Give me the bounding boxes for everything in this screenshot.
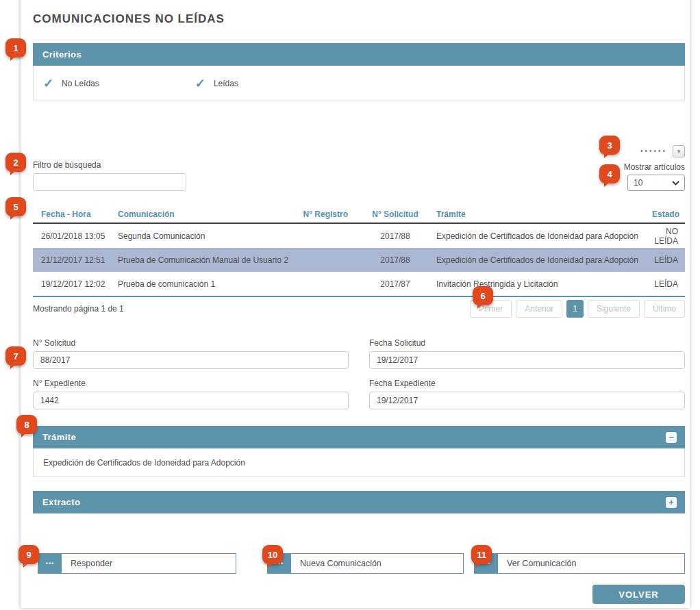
responder-button-label: Responder <box>62 554 236 573</box>
field-fecha-solicitud: Fecha Solicitud <box>369 338 685 369</box>
field-fecha-expediente: Fecha Expediente <box>369 379 685 409</box>
status-badge: LEÍDA <box>652 279 678 289</box>
tramite-panel-content: Expedición de Certificados de Idoneidad … <box>33 448 685 477</box>
table-footer: Mostrando página 1 de 1 Primer Anterior … <box>33 297 685 320</box>
annotation-badge-4: 4 <box>599 164 620 183</box>
annotation-badge-6: 6 <box>473 286 493 305</box>
n-expediente-input[interactable] <box>33 392 349 409</box>
page: COMUNICACIONES NO LEÍDAS Criterios ✓ No … <box>0 0 700 610</box>
annotation-badge-3: 3 <box>599 136 620 155</box>
fecha-expediente-label: Fecha Expediente <box>369 379 685 388</box>
column-header-solicitud[interactable]: N° Solicitud <box>358 209 433 219</box>
cell-comunicacion: Prueba de comunicación 1 <box>118 279 296 289</box>
fecha-solicitud-label: Fecha Solicitud <box>369 338 685 348</box>
extracto-panel: Extracto + <box>33 491 685 513</box>
column-header-estado[interactable]: Estado <box>652 209 679 219</box>
annotation-badge-2: 2 <box>5 153 26 172</box>
column-options-dropdown-button[interactable]: ▾ <box>673 145 685 157</box>
tramite-panel: Trámite − Expedición de Certificados de … <box>33 426 685 477</box>
column-header-fecha[interactable]: Fecha - Hora <box>41 209 118 219</box>
page-title: COMUNICACIONES NO LEÍDAS <box>33 12 685 26</box>
cell-fecha: 21/12/2017 12:51 <box>41 255 118 265</box>
annotation-badge-11: 11 <box>471 545 492 564</box>
cell-comunicacion: Segunda Comunicación <box>118 231 296 241</box>
communications-table: Fecha - Hora Comunicación N° Registro N°… <box>33 206 685 297</box>
fecha-solicitud-input[interactable] <box>369 351 685 369</box>
list-controls: Filtro de búsqueda •••••• ▾ Mostrar artí… <box>33 145 685 191</box>
annotation-badge-9: 9 <box>18 545 39 564</box>
table-row[interactable]: 26/01/2018 13:05 Segunda Comunicación 20… <box>33 224 685 248</box>
criterios-header: Criterios <box>33 43 685 66</box>
page-size-label: Mostrar artículos <box>624 162 685 172</box>
ellipsis-icon: ••• <box>38 554 62 573</box>
cell-fecha: 19/12/2017 12:02 <box>41 279 118 289</box>
column-options-row: •••••• ▾ <box>640 145 685 157</box>
chevron-down-icon: ▾ <box>677 149 681 155</box>
fecha-expediente-input[interactable] <box>369 392 685 409</box>
page-size-select[interactable]: 10 <box>627 175 685 191</box>
right-controls: •••••• ▾ Mostrar artículos 10 <box>624 145 685 191</box>
n-expediente-label: N° Expediente <box>33 379 349 388</box>
criterios-body: ✓ No Leídas ✓ Leídas <box>33 66 685 101</box>
volver-button[interactable]: VOLVER <box>592 585 685 604</box>
ver-comunicacion-button-label: Ver Comunicación <box>498 554 684 573</box>
criterios-section: Criterios ✓ No Leídas ✓ Leídas <box>33 43 685 101</box>
annotation-badge-8: 8 <box>16 415 37 434</box>
responder-button[interactable]: ••• Responder <box>38 553 236 574</box>
main-panel: COMUNICACIONES NO LEÍDAS Criterios ✓ No … <box>21 0 690 608</box>
filter-group: Filtro de búsqueda <box>33 160 186 191</box>
search-filter-input[interactable] <box>33 173 186 191</box>
pagination-page-1-button[interactable]: 1 <box>566 300 584 318</box>
checkmark-icon: ✓ <box>43 77 53 90</box>
actions-row: ••• Responder ••• Nueva Comunicación •••… <box>33 553 685 574</box>
checkmark-icon: ✓ <box>195 77 205 90</box>
status-badge: LEÍDA <box>652 255 678 265</box>
volver-row: VOLVER <box>33 585 685 610</box>
annotation-badge-10: 10 <box>262 545 283 564</box>
annotation-badge-5: 5 <box>5 197 26 216</box>
column-options-dots-icon: •••••• <box>640 148 667 155</box>
pagination-prev-button[interactable]: Anterior <box>516 300 562 318</box>
filter-label: Filtro de búsqueda <box>33 160 186 170</box>
pagination-next-button[interactable]: Siguiente <box>588 300 640 318</box>
expand-icon[interactable]: + <box>666 497 677 508</box>
checkbox-no-leidas[interactable]: ✓ No Leídas <box>43 77 99 90</box>
select-chevron-icon <box>672 178 679 188</box>
column-header-comunicacion[interactable]: Comunicación <box>118 209 296 219</box>
cell-solicitud: 2017/88 <box>358 255 433 265</box>
cell-solicitud: 2017/87 <box>358 279 433 289</box>
n-solicitud-input[interactable] <box>33 351 349 369</box>
table-row[interactable]: 19/12/2017 12:02 Prueba de comunicación … <box>33 272 685 296</box>
nueva-comunicacion-button[interactable]: ••• Nueva Comunicación <box>267 553 464 574</box>
detail-form: N° Solicitud Fecha Solicitud N° Expedien… <box>33 338 685 409</box>
tramite-panel-header[interactable]: Trámite − <box>33 426 685 448</box>
cell-tramite: Expedición de Certificados de Idoneidad … <box>433 231 652 241</box>
criterios-title: Criterios <box>42 49 82 60</box>
table-row-selected[interactable]: 21/12/2017 12:51 Prueba de Comunicación … <box>33 248 685 272</box>
field-n-expediente: N° Expediente <box>33 379 349 409</box>
cell-fecha: 26/01/2018 13:05 <box>41 231 118 241</box>
cell-solicitud: 2017/88 <box>358 231 433 241</box>
field-n-solicitud: N° Solicitud <box>33 338 349 369</box>
cell-tramite: Invitación Restringida y Licitación <box>433 279 652 289</box>
checkbox-no-leidas-label: No Leídas <box>62 79 99 88</box>
pagination-last-button[interactable]: Último <box>644 300 685 318</box>
column-header-registro[interactable]: N° Registro <box>296 209 358 219</box>
status-badge: NO LEÍDA <box>652 227 678 246</box>
ver-comunicacion-button[interactable]: ••• Ver Comunicación <box>474 553 685 574</box>
annotation-badge-1: 1 <box>5 38 26 58</box>
checkbox-leidas-label: Leídas <box>214 79 238 88</box>
paging-summary: Mostrando página 1 de 1 <box>33 304 124 314</box>
pagination: Primer Anterior 1 Siguiente Último <box>470 300 685 318</box>
annotation-badge-7: 7 <box>5 346 26 366</box>
nueva-comunicacion-button-label: Nueva Comunicación <box>291 554 463 573</box>
page-size-value: 10 <box>634 178 642 188</box>
checkbox-leidas[interactable]: ✓ Leídas <box>195 77 238 90</box>
cell-comunicacion: Prueba de Comunicación Manual de Usuario… <box>118 255 296 265</box>
extracto-panel-header[interactable]: Extracto + <box>33 491 685 513</box>
column-header-tramite[interactable]: Trámite <box>433 209 652 219</box>
n-solicitud-label: N° Solicitud <box>33 338 349 348</box>
collapse-icon[interactable]: − <box>666 432 677 443</box>
extracto-panel-title: Extracto <box>42 497 80 507</box>
cell-tramite: Expedición de Certificados de Idoneidad … <box>433 255 652 265</box>
